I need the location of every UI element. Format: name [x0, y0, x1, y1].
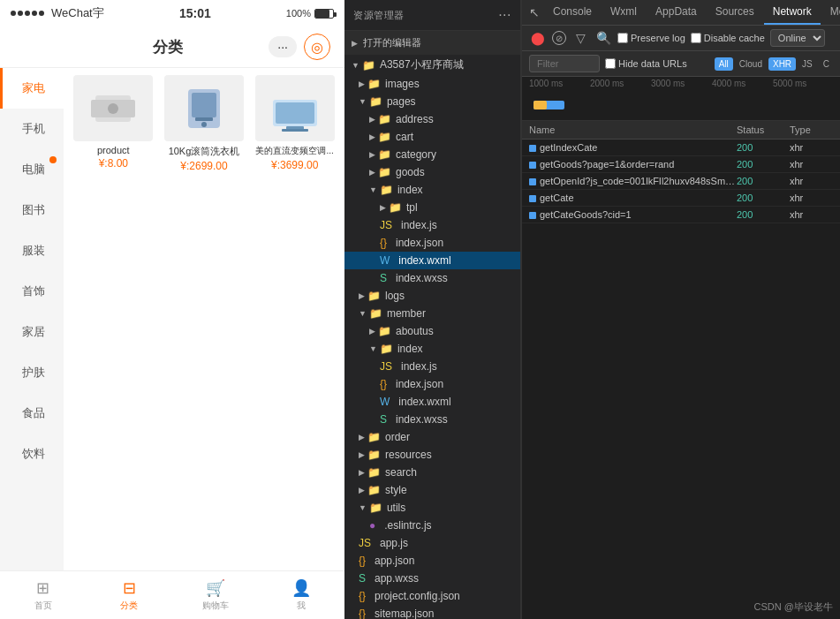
tree-project-config[interactable]: {} project.config.json — [344, 587, 520, 605]
tree-member-index-wxml[interactable]: W index.wxml — [344, 393, 520, 411]
tree-order[interactable]: ▶ 📁 order — [344, 428, 520, 446]
hide-data-urls-label[interactable]: Hide data URLs — [605, 58, 687, 69]
preserve-log-label[interactable]: Preserve log — [617, 33, 685, 43]
category-item-1[interactable]: 手机 — [0, 109, 64, 149]
filter-c-button[interactable]: C — [819, 57, 834, 71]
tree-goods[interactable]: ▶ 📁 goods — [344, 163, 520, 181]
network-table[interactable]: Name Status Type getIndexCate 200 xhr ge… — [522, 121, 840, 619]
clear-button[interactable]: ⊘ — [552, 31, 566, 45]
app-name-label: WeChat宇 — [51, 5, 104, 21]
tab-sources[interactable]: Sources — [707, 0, 763, 25]
category-item-4[interactable]: 服装 — [0, 230, 64, 271]
status-right: 100% — [286, 8, 334, 19]
tree-eslintrc[interactable]: ● .eslintrc.js — [344, 517, 520, 534]
table-row-0[interactable]: getIndexCate 200 xhr — [522, 140, 840, 156]
category-item-2[interactable]: 电脑 — [0, 149, 64, 190]
tree-sitemap[interactable]: {} sitemap.json — [344, 605, 520, 619]
tree-index-wxss[interactable]: S index.wxss — [344, 269, 520, 287]
tree-style[interactable]: ▶ 📁 style — [344, 481, 520, 499]
tab-appdata[interactable]: AppData — [647, 0, 706, 25]
tree-member-index-js[interactable]: JS index.js — [344, 358, 520, 375]
tree-app-json[interactable]: {} app.json — [344, 552, 520, 570]
product-card-0[interactable]: product ¥:8.00 — [71, 75, 156, 172]
filter-cloud-button[interactable]: Cloud — [735, 57, 767, 71]
js-icon-app: JS — [359, 537, 371, 549]
middle-section: ◀ ▶ pages › index › index.wxml › view.co… — [521, 0, 840, 619]
tree-cart[interactable]: ▶ 📁 cart — [344, 128, 520, 146]
search-circle-button[interactable]: ◎ — [304, 34, 330, 60]
tree-tpl[interactable]: ▶ 📁 tpl — [344, 199, 520, 216]
category-item-8[interactable]: 食品 — [0, 393, 64, 434]
filter-button[interactable]: ▽ — [571, 29, 589, 47]
online-select[interactable]: Online — [770, 29, 825, 47]
disable-cache-label[interactable]: Disable cache — [691, 33, 765, 43]
tab-console[interactable]: Console — [544, 0, 601, 25]
disable-cache-checkbox[interactable] — [691, 33, 701, 43]
category-item-6[interactable]: 家居 — [0, 312, 64, 352]
tree-pages[interactable]: ▼ 📁 pages — [344, 93, 520, 110]
tree-index-js[interactable]: JS index.js — [344, 216, 520, 234]
filter-js-button[interactable]: JS — [798, 57, 817, 71]
product-image-1 — [164, 75, 244, 141]
nav-profile[interactable]: 👤 我 — [259, 575, 345, 615]
tab-memory[interactable]: Memory — [821, 0, 840, 25]
filter-xhr-button[interactable]: XHR — [768, 57, 796, 71]
nav-cart[interactable]: 🛒 购物车 — [172, 575, 259, 615]
table-row-2[interactable]: getOpenId?js_code=001lkFIl2huxv848sSml2c… — [522, 173, 840, 190]
tree-member-index-json[interactable]: {} index.json — [344, 375, 520, 393]
tree-index-json[interactable]: {} index.json — [344, 234, 520, 252]
table-row-1[interactable]: getGoods?page=1&order=rand 200 xhr — [522, 156, 840, 173]
tree-logs[interactable]: ▶ 📁 logs — [344, 287, 520, 305]
file-tree-menu-button[interactable]: ··· — [498, 7, 511, 23]
table-row-3[interactable]: getCate 200 xhr — [522, 190, 840, 207]
tree-app-wxss[interactable]: S app.wxss — [344, 570, 520, 587]
json-icon-app: {} — [359, 555, 366, 567]
tree-resources[interactable]: ▶ 📁 resources — [344, 446, 520, 464]
network-filter-bar: Hide data URLs All Cloud XHR JS C — [522, 51, 840, 77]
table-row-4[interactable]: getCateGoods?cid=1 200 xhr — [522, 207, 840, 223]
tab-network[interactable]: Network — [764, 0, 821, 25]
nav-category[interactable]: ⊟ 分类 — [87, 575, 173, 615]
category-item-3[interactable]: 图书 — [0, 190, 64, 230]
row-status-2: 200 — [737, 176, 790, 186]
timeline-bar[interactable]: 1000 ms 2000 ms 3000 ms 4000 ms 5000 ms — [522, 77, 840, 121]
filter-input[interactable] — [529, 55, 600, 72]
col-status: Status — [737, 125, 790, 135]
disable-cache-text: Disable cache — [704, 33, 765, 43]
nav-home[interactable]: ⊞ 首页 — [0, 575, 87, 615]
tree-images[interactable]: ▶ 📁 images — [344, 75, 520, 93]
tree-search[interactable]: ▶ 📁 search — [344, 464, 520, 481]
top-split: ◀ ▶ pages › index › index.wxml › view.co… — [521, 0, 840, 619]
category-item-0[interactable]: 家电 — [0, 68, 64, 109]
open-editors-label: 打开的编辑器 — [363, 37, 421, 48]
tab-wxml[interactable]: Wxml — [602, 0, 646, 25]
hide-data-urls-checkbox[interactable] — [605, 58, 616, 69]
tree-member-index[interactable]: ▼ 📁 index — [344, 340, 520, 358]
row-type-3: xhr — [790, 192, 834, 203]
product-card-2[interactable]: 美的直流变频空调... ¥:3699.00 — [252, 75, 337, 172]
product-card-1[interactable]: 10Kg滚筒洗衣机 ¥:2699.00 — [162, 75, 247, 172]
tree-utils[interactable]: ▼ 📁 utils — [344, 499, 520, 517]
devtools-cursor-button[interactable]: ↖ — [526, 2, 543, 23]
record-button[interactable]: ⬤ — [529, 29, 547, 47]
tree-app-js[interactable]: JS app.js — [344, 534, 520, 552]
tree-member[interactable]: ▼ 📁 member — [344, 305, 520, 322]
json-icon-index: {} — [380, 237, 387, 249]
svg-rect-4 — [192, 93, 216, 117]
tree-category[interactable]: ▶ 📁 category — [344, 146, 520, 163]
open-editors-section[interactable]: ▶ 打开的编辑器 — [344, 31, 520, 55]
tree-member-index-wxss[interactable]: S index.wxss — [344, 411, 520, 428]
tree-aboutus[interactable]: ▶ 📁 aboutus — [344, 322, 520, 340]
category-item-7[interactable]: 护肤 — [0, 352, 64, 393]
category-item-9[interactable]: 饮料 — [0, 434, 64, 474]
svg-rect-8 — [276, 102, 314, 124]
preserve-log-checkbox[interactable] — [617, 33, 628, 43]
tree-index-wxml[interactable]: W index.wxml — [344, 252, 520, 269]
search-button[interactable]: 🔍 — [594, 29, 612, 47]
more-options-button[interactable]: ··· — [269, 36, 297, 57]
category-item-5[interactable]: 首饰 — [0, 271, 64, 312]
tree-address[interactable]: ▶ 📁 address — [344, 110, 520, 128]
project-root[interactable]: ▼ 📁 A3587小程序商城 — [344, 55, 520, 75]
filter-all-button[interactable]: All — [715, 57, 733, 71]
tree-index[interactable]: ▼ 📁 index — [344, 181, 520, 199]
